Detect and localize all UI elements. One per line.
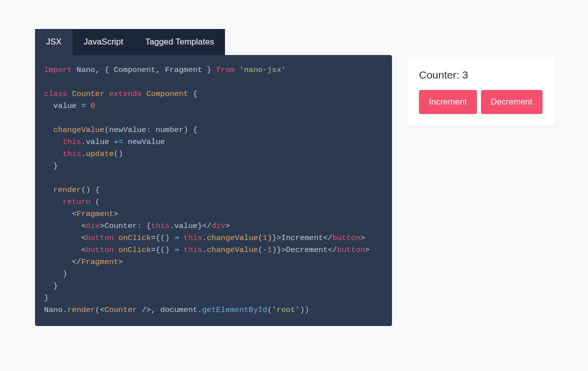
counter-value: 3: [462, 69, 468, 80]
preview-card: Counter: 3 Increment Decrement: [407, 57, 555, 126]
counter-label: Counter:: [419, 69, 462, 80]
increment-button[interactable]: Increment: [419, 90, 477, 114]
code-example: JSXJavaScriptTagged Templates import Nan…: [35, 29, 392, 326]
counter-display: Counter: 3: [419, 69, 543, 81]
code-block: import Nano, { Component, Fragment } fro…: [35, 55, 392, 326]
decrement-button[interactable]: Decrement: [481, 90, 542, 114]
code-tabs: JSXJavaScriptTagged Templates: [35, 29, 392, 55]
tab-javascript[interactable]: JavaScript: [72, 29, 134, 55]
tab-jsx[interactable]: JSX: [35, 29, 72, 55]
tab-tagged-templates[interactable]: Tagged Templates: [134, 29, 226, 55]
